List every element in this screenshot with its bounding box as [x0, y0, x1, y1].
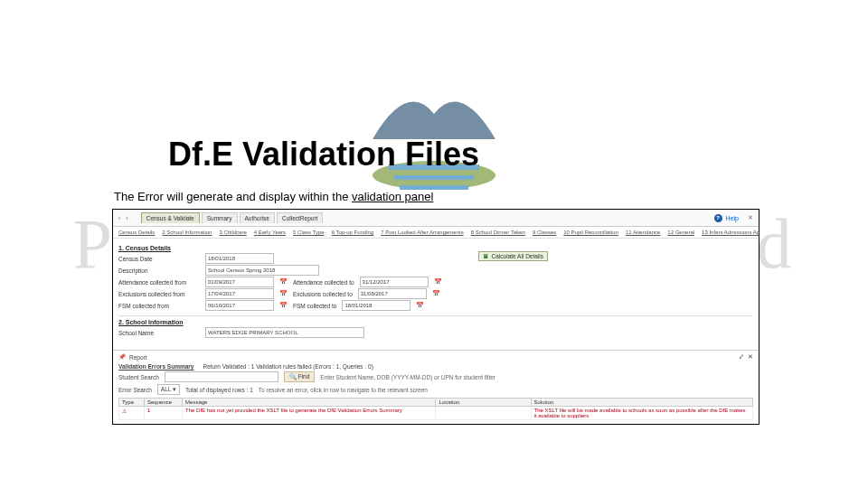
calendar-icon[interactable]: 📅	[279, 290, 288, 297]
page-subtitle: The Error will generate and display with…	[114, 190, 868, 203]
calculate-all-label: Calculate All Details	[492, 253, 543, 259]
calendar-icon[interactable]: 📅	[434, 278, 442, 286]
expand-icon[interactable]: ⤢	[739, 353, 744, 361]
sub-tab[interactable]: 6 Top-up Funding	[332, 230, 374, 235]
cell-seq: 1	[145, 407, 183, 420]
nav-forward-icon[interactable]: ›	[126, 215, 127, 221]
toolbar: ‹ › Census & Validate Summary Authorise …	[113, 210, 759, 227]
fsm-from-label: FSM collected from	[118, 303, 200, 309]
close-icon[interactable]: ✕	[748, 353, 753, 361]
description-label: Description	[118, 267, 200, 274]
cell-type: ⚠	[119, 407, 145, 420]
panel-census-details: 1. Census Details Census Date18/01/2018 …	[113, 239, 759, 344]
sub-tabs: Census Details 2 School Information 3 Ch…	[113, 227, 759, 239]
tab-validate[interactable]: Census & Validate	[141, 212, 200, 223]
find-button[interactable]: 🔍 Find	[284, 371, 315, 382]
resolve-hint: To resolve an error, click in row to nav…	[259, 387, 428, 393]
att-to-field[interactable]: 31/12/2017	[360, 277, 429, 287]
validation-heading: Validation Errors Summary	[118, 363, 193, 370]
att-to-label: Attendance collected to	[293, 279, 354, 286]
cell-sol: The XSLT file will be made available to …	[531, 407, 752, 420]
sub-tab[interactable]: 3 Childcare	[219, 230, 246, 235]
school-name-field[interactable]: WATERS EDGE PRIMARY SCHOOL	[205, 327, 364, 338]
fsm-to-field[interactable]: 18/01/2018	[342, 300, 410, 311]
col-msg: Message	[183, 399, 436, 407]
tab-collect-report[interactable]: CollectReport	[277, 212, 323, 223]
panel2-heading: 2. School Information	[118, 319, 753, 325]
col-sol: Solution	[531, 399, 752, 407]
nav-back-icon[interactable]: ‹	[118, 215, 120, 221]
att-from-label: Attendance collected from	[118, 279, 200, 286]
exc-to-field[interactable]: 31/08/2017	[358, 288, 427, 299]
search-hint: Enter Student Name, DOB (YYYY-MM-DD) or …	[320, 374, 495, 380]
close-icon[interactable]: ✕	[748, 214, 753, 221]
student-search-label: Student Search	[118, 374, 159, 380]
exc-to-label: Exclusions collected to	[293, 291, 353, 297]
table-row[interactable]: ⚠ 1 The DfE has not yet provided the XSL…	[119, 407, 753, 420]
att-from-field[interactable]: 01/09/2017	[205, 277, 274, 287]
errors-table: Type Sequence Message Location Solution …	[118, 398, 753, 420]
panel1-heading: 1. Census Details	[118, 245, 442, 251]
calendar-icon[interactable]: 📅	[432, 290, 440, 297]
calculate-all-button[interactable]: 🖩Calculate All Details	[478, 251, 548, 261]
subtitle-lead: The Error will generate and display with…	[114, 190, 352, 203]
sub-tab[interactable]: 9 Classes	[533, 230, 556, 235]
search-icon: 🔍	[289, 373, 297, 380]
col-type: Type	[119, 399, 145, 407]
pin-icon: 📌	[118, 353, 126, 361]
census-date-field[interactable]: 18/01/2018	[205, 253, 274, 264]
nav-arrows: ‹ ›	[118, 215, 128, 221]
report-header: 📌Report⤢✕	[113, 350, 759, 363]
validation-summary: Validation Errors Summary Return Validat…	[113, 363, 759, 424]
fsm-to-label: FSM collected to	[293, 303, 336, 309]
app-screenshot: ‹ › Census & Validate Summary Authorise …	[112, 209, 760, 425]
sub-tab[interactable]: 5 Class Type	[293, 230, 325, 235]
calendar-icon[interactable]: 📅	[279, 302, 288, 309]
sub-tab[interactable]: 10 Pupil Reconciliation	[563, 230, 618, 235]
sub-tab[interactable]: 13 Infant Admissions Appeals	[702, 230, 759, 235]
exc-from-field[interactable]: 17/04/2017	[205, 288, 274, 299]
student-search-input[interactable]	[165, 371, 278, 382]
page-title: Df.E Validation Files	[168, 136, 868, 174]
error-search-label: Error Search	[118, 387, 152, 393]
report-label: Report	[129, 354, 147, 361]
table-header-row: Type Sequence Message Location Solution	[119, 399, 753, 407]
help-label[interactable]: Help	[726, 215, 739, 221]
calculator-icon: 🖩	[483, 253, 489, 259]
cell-loc	[436, 407, 531, 420]
exc-from-label: Exclusions collected from	[118, 291, 200, 297]
col-seq: Sequence	[145, 399, 183, 407]
sub-tab[interactable]: 12 General	[667, 230, 694, 235]
sub-tab[interactable]: 8 School Dinner Taken	[471, 230, 525, 235]
subtitle-underlined: validation panel	[352, 190, 433, 203]
calendar-icon[interactable]: 📅	[416, 302, 424, 309]
sub-tab[interactable]: 7 Post Looked After Arrangements	[381, 230, 463, 235]
school-name-label: School Name	[118, 330, 200, 336]
displayed-rows: Total of displayed rows : 1	[185, 387, 253, 393]
tab-authorise[interactable]: Authorise	[240, 212, 275, 223]
col-loc: Location	[436, 399, 531, 407]
census-date-label: Census Date	[118, 256, 200, 262]
calendar-icon[interactable]: 📅	[279, 278, 288, 286]
fsm-from-field[interactable]: 06/10/2017	[205, 300, 274, 311]
find-label: Find	[298, 373, 310, 380]
top-tabs: Census & Validate Summary Authorise Coll…	[141, 212, 324, 223]
tab-summary[interactable]: Summary	[202, 212, 238, 223]
help-icon[interactable]: ?	[714, 214, 722, 222]
sub-tab[interactable]: 11 Attendance	[626, 230, 660, 235]
sub-tab[interactable]: 2 School Information	[162, 230, 212, 235]
cell-msg: The DfE has not yet provided the XSLT fi…	[183, 407, 436, 420]
sub-tab[interactable]: 4 Early Years	[254, 230, 286, 235]
validation-stats: Return Validated : 1 Validation rules fa…	[203, 363, 373, 370]
error-filter-dropdown[interactable]: ALL ▾	[157, 384, 180, 395]
description-field[interactable]: School Census Spring 2018	[205, 265, 319, 276]
sub-tab[interactable]: Census Details	[118, 230, 155, 235]
